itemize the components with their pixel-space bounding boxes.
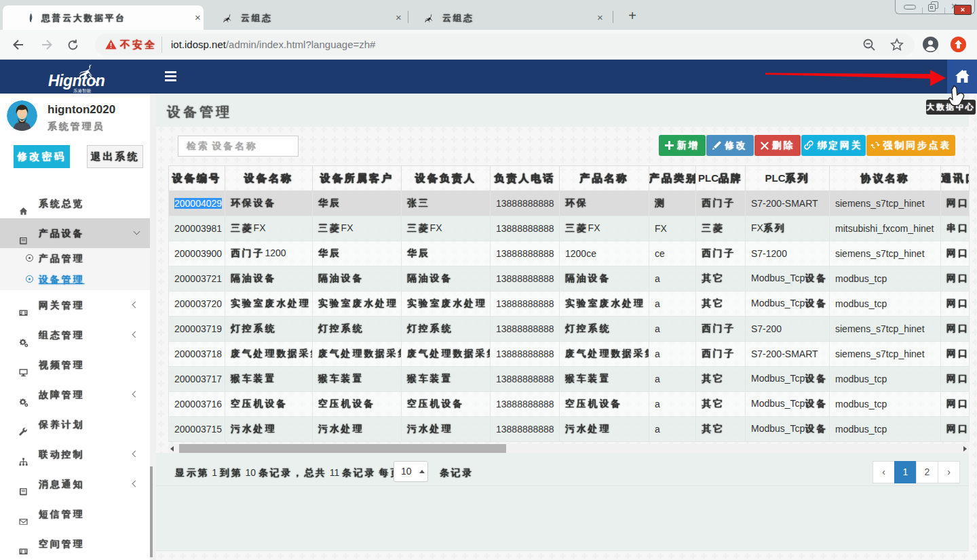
svg-text:乐港智能: 乐港智能 bbox=[73, 88, 92, 94]
svg-text:Hignton: Hignton bbox=[48, 72, 105, 89]
